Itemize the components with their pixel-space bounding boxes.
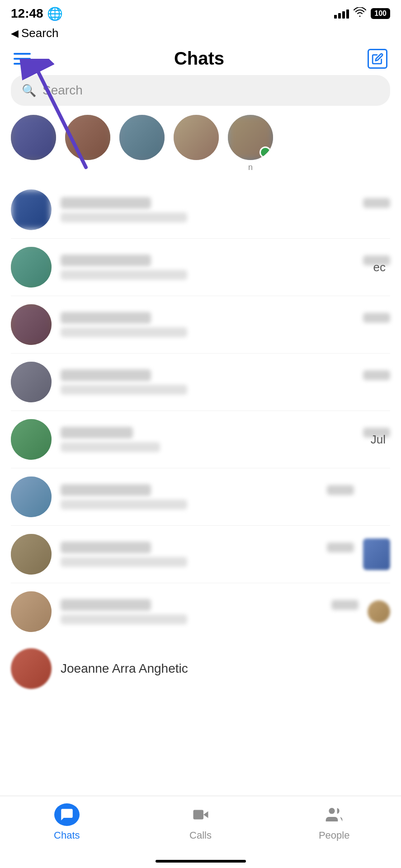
chat-item-1[interactable] bbox=[11, 181, 390, 239]
chat-content-2 bbox=[61, 255, 390, 280]
chat-time-blur-7 bbox=[327, 542, 354, 552]
bottom-chat-item[interactable]: Joeanne Arra Anghetic bbox=[0, 640, 401, 697]
signal-bar-1 bbox=[334, 15, 337, 19]
chat-item-2[interactable]: ec bbox=[11, 239, 390, 296]
chat-name-blur-1 bbox=[61, 197, 151, 209]
menu-button[interactable] bbox=[14, 53, 31, 65]
chat-preview-blur-4 bbox=[61, 385, 187, 395]
chat-content-8 bbox=[61, 599, 359, 624]
chat-avatar-3 bbox=[11, 304, 52, 345]
story-name-5: n bbox=[248, 163, 253, 172]
search-input[interactable]: Search bbox=[42, 83, 83, 98]
story-item-1[interactable] bbox=[11, 115, 56, 172]
tab-chats-label: Chats bbox=[54, 830, 80, 841]
chat-preview-blur-7 bbox=[61, 557, 187, 567]
compose-icon bbox=[372, 53, 383, 65]
chat-time-blur-3 bbox=[363, 313, 390, 323]
back-label: Search bbox=[21, 26, 58, 40]
chat-side-text-5: Jul bbox=[371, 433, 386, 447]
globe-icon: 🌐 bbox=[47, 6, 63, 21]
tab-calls-icon bbox=[187, 803, 214, 826]
wifi-icon bbox=[354, 7, 366, 20]
home-indicator bbox=[156, 860, 246, 863]
chat-item-4[interactable] bbox=[11, 354, 390, 411]
chat-time-blur-1 bbox=[363, 198, 390, 208]
signal-bar-3 bbox=[342, 11, 345, 19]
signal-bars bbox=[334, 9, 349, 19]
search-bar[interactable]: 🔍 Search bbox=[11, 75, 390, 106]
story-avatar-2 bbox=[65, 115, 110, 160]
hamburger-line-3 bbox=[14, 63, 31, 65]
chat-item-7[interactable] bbox=[11, 526, 390, 583]
chat-list: ec bbox=[0, 181, 401, 640]
tab-chats[interactable]: Chats bbox=[0, 803, 134, 841]
bottom-chat-name: Joeanne Arra Anghetic bbox=[61, 661, 188, 676]
page-title: Chats bbox=[174, 48, 224, 69]
back-navigation[interactable]: ◀ Search bbox=[0, 24, 401, 44]
chat-preview-blur-3 bbox=[61, 327, 187, 337]
chat-content-3 bbox=[61, 312, 390, 337]
chats-bubble-icon bbox=[54, 803, 80, 826]
story-item-2[interactable] bbox=[65, 115, 110, 172]
chat-content-1 bbox=[61, 197, 390, 222]
stories-row: n bbox=[0, 115, 401, 181]
tab-people-icon bbox=[321, 803, 348, 826]
chat-avatar-8 bbox=[11, 591, 52, 632]
chat-content-5 bbox=[61, 427, 390, 452]
chat-name-blur-8 bbox=[61, 599, 151, 611]
calls-icon-svg bbox=[191, 807, 211, 823]
chat-preview-blur-5 bbox=[61, 442, 160, 452]
tab-people[interactable]: People bbox=[267, 803, 401, 841]
chat-name-blur-4 bbox=[61, 369, 151, 381]
bottom-avatar bbox=[11, 648, 52, 689]
chat-small-avatar-8 bbox=[368, 600, 390, 623]
chat-time-blur-6 bbox=[327, 485, 354, 495]
story-avatar-3 bbox=[119, 115, 165, 160]
chat-name-blur-7 bbox=[61, 542, 151, 553]
chat-name-blur-6 bbox=[61, 484, 151, 496]
chat-time-blur-4 bbox=[363, 370, 390, 380]
story-item-3[interactable] bbox=[119, 115, 165, 172]
story-avatar-1 bbox=[11, 115, 56, 160]
chat-thumbnail-7 bbox=[363, 538, 390, 570]
chat-name-blur-3 bbox=[61, 312, 151, 324]
chat-preview-blur-2 bbox=[61, 270, 187, 280]
chats-icon-svg bbox=[59, 807, 75, 822]
chat-preview-blur-8 bbox=[61, 614, 187, 624]
status-time: 12:48 🌐 bbox=[11, 6, 63, 21]
page-header: Chats bbox=[0, 44, 401, 75]
chat-item-8[interactable] bbox=[11, 583, 390, 640]
chat-avatar-7 bbox=[11, 534, 52, 575]
chat-name-blur-5 bbox=[61, 427, 133, 439]
chat-content-7 bbox=[61, 542, 354, 567]
battery-indicator: 100 bbox=[371, 8, 390, 19]
signal-bar-2 bbox=[338, 13, 341, 19]
chat-item-3[interactable] bbox=[11, 296, 390, 354]
tab-calls[interactable]: Calls bbox=[134, 803, 268, 841]
tab-chats-icon bbox=[53, 803, 80, 826]
tab-people-label: People bbox=[319, 830, 350, 841]
story-item-4[interactable] bbox=[174, 115, 219, 172]
story-avatar-4 bbox=[174, 115, 219, 160]
chat-avatar-5 bbox=[11, 419, 52, 460]
back-arrow-icon: ◀ bbox=[11, 28, 19, 39]
chat-content-4 bbox=[61, 369, 390, 395]
chat-time-blur-8 bbox=[331, 600, 359, 610]
chat-item-6[interactable] bbox=[11, 468, 390, 526]
chat-item-5[interactable]: Jul bbox=[11, 411, 390, 468]
signal-bar-4 bbox=[346, 9, 349, 19]
chat-avatar-4 bbox=[11, 362, 52, 402]
search-container: 🔍 Search bbox=[0, 75, 401, 115]
svg-rect-2 bbox=[193, 810, 203, 820]
story-avatar-5 bbox=[228, 115, 273, 160]
compose-button[interactable] bbox=[368, 49, 387, 69]
status-bar: 12:48 🌐 100 bbox=[0, 0, 401, 24]
chat-avatar-2 bbox=[11, 247, 52, 288]
chat-preview-blur-6 bbox=[61, 500, 187, 509]
chat-content-6 bbox=[61, 484, 354, 509]
status-icons: 100 bbox=[334, 7, 390, 20]
chat-name-blur-2 bbox=[61, 255, 151, 266]
battery-level: 100 bbox=[374, 9, 387, 18]
time-display: 12:48 bbox=[11, 6, 43, 21]
story-item-5[interactable]: n bbox=[228, 115, 273, 172]
